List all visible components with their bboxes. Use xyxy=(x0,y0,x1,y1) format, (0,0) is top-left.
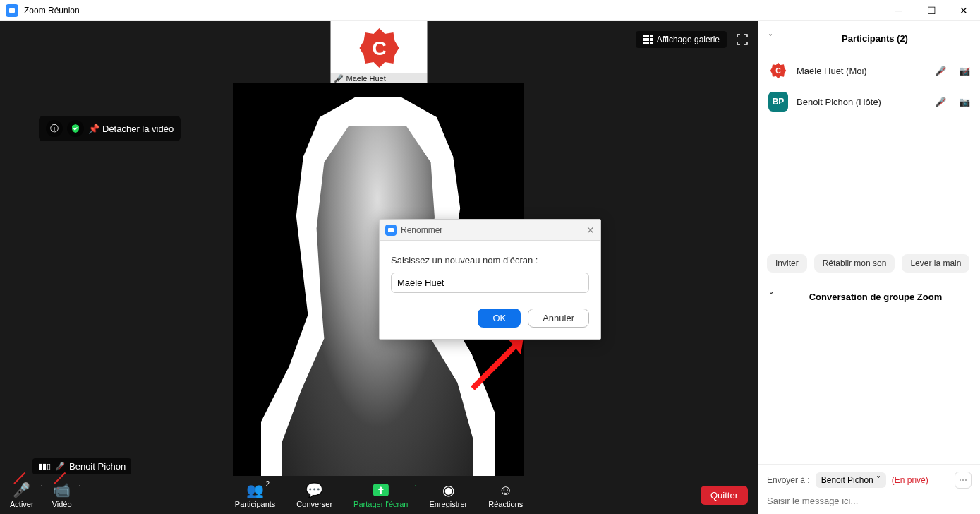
chevron-up-icon[interactable]: ˄ xyxy=(414,484,418,491)
self-video-thumbnail[interactable]: C 🎤̸ Maële Huet xyxy=(331,21,428,84)
share-icon xyxy=(372,482,390,498)
invite-button[interactable]: Inviter xyxy=(767,254,807,273)
zoom-icon xyxy=(385,225,397,236)
chat-messages xyxy=(758,313,980,464)
participant-row[interactable]: C Maële Huet (Moi) 🎤̸ 📷̸ xyxy=(768,55,970,86)
grid-icon xyxy=(643,35,653,44)
video-area: C 🎤̸ Maële Huet Affichage galerie ⓘ 📌 xyxy=(0,21,758,514)
camera-icon: 📹 xyxy=(53,482,71,498)
muted-mic-icon: 🎤̸ xyxy=(935,97,946,107)
camera-off-icon: 📷 xyxy=(959,97,970,107)
participants-title: Participants (2) xyxy=(780,33,970,44)
reactions-button[interactable]: ☺ Réactions xyxy=(488,482,523,508)
chat-icon: 💬 xyxy=(306,482,323,498)
speaker-name: Benoit Pichon xyxy=(69,461,126,472)
participants-button[interactable]: 👥2 Participants xyxy=(235,482,275,508)
chat-input[interactable] xyxy=(767,496,972,506)
chat-to-label: Envoyer à : xyxy=(767,475,810,485)
chevron-up-icon[interactable]: ˄ xyxy=(40,484,44,491)
minimize-button[interactable]: ─ xyxy=(883,0,915,21)
chat-more-button[interactable]: ⋯ xyxy=(955,472,972,489)
unpin-video-button[interactable]: 📌 Détacher la vidéo xyxy=(88,124,174,134)
signal-icon: ▮▮▯ xyxy=(38,462,51,471)
participant-row[interactable]: BP Benoit Pichon (Hôte) 🎤̸ 📷 xyxy=(768,86,970,117)
muted-mic-icon: 🎤̸ xyxy=(55,462,65,471)
participants-panel-header[interactable]: ˅ Participants (2) xyxy=(758,21,980,55)
camera-off-icon: 📷̸ xyxy=(959,66,970,76)
chat-button[interactable]: 💬 Converser xyxy=(296,482,332,508)
cancel-button[interactable]: Annuler xyxy=(528,309,589,328)
side-panel: ˅ Participants (2) C Maële Huet (Moi) 🎤̸… xyxy=(758,21,980,514)
avatar: C xyxy=(768,61,788,80)
window-title: Zoom Réunion xyxy=(24,6,80,16)
chat-recipient-select[interactable]: Benoit Pichon ˅ xyxy=(816,472,886,488)
chevron-down-icon: ˅ xyxy=(768,290,774,304)
mic-icon: 🎤 xyxy=(13,482,30,498)
dialog-close-button[interactable]: ✕ xyxy=(586,225,595,236)
thumb-name: Maële Huet xyxy=(346,74,386,83)
avatar-c-logo: C xyxy=(331,21,428,74)
rename-dialog: Renommer ✕ Saisissez un nouveau nom d'éc… xyxy=(379,219,601,340)
gallery-view-button[interactable]: Affichage galerie xyxy=(636,31,727,48)
raise-hand-button[interactable]: Lever la main xyxy=(902,254,969,273)
rename-input[interactable] xyxy=(391,273,589,293)
svg-text:C: C xyxy=(775,67,781,75)
leave-button[interactable]: Quitter xyxy=(701,486,748,505)
chevron-down-icon: ˅ xyxy=(876,475,881,485)
record-button[interactable]: ◉ Enregistrer xyxy=(429,482,467,508)
muted-mic-icon: 🎤̸ xyxy=(334,74,344,83)
participant-name: Benoit Pichon (Hôte) xyxy=(797,97,922,107)
ok-button[interactable]: OK xyxy=(478,309,521,328)
chevron-up-icon[interactable]: ˄ xyxy=(78,484,82,491)
people-icon: 👥2 xyxy=(246,482,264,498)
info-icon[interactable]: ⓘ xyxy=(46,120,63,137)
pin-bar: ⓘ 📌 Détacher la vidéo xyxy=(39,116,181,141)
zoom-icon xyxy=(6,4,18,17)
svg-text:C: C xyxy=(372,37,386,59)
window-titlebar: Zoom Réunion ─ ☐ ✕ xyxy=(0,0,980,21)
shield-icon[interactable] xyxy=(67,120,84,137)
smile-icon: ☺ xyxy=(498,482,512,498)
muted-mic-icon: 🎤̸ xyxy=(935,66,946,76)
record-icon: ◉ xyxy=(442,482,454,498)
restore-sound-button[interactable]: Rétablir mon son xyxy=(814,254,895,273)
chevron-down-icon: ˅ xyxy=(768,33,773,43)
dialog-prompt: Saisissez un nouveau nom d'écran : xyxy=(391,255,589,265)
maximize-button[interactable]: ☐ xyxy=(915,0,948,21)
meeting-toolbar: 🎤 Activer ˄ 📹 Vidéo ˄ 👥2 Participants 💬 xyxy=(0,476,758,514)
chat-title: Conversation de groupe Zoom xyxy=(781,292,970,302)
avatar: BP xyxy=(768,92,788,112)
main-speaker-label: ▮▮▯ 🎤̸ Benoit Pichon xyxy=(32,458,131,474)
close-button[interactable]: ✕ xyxy=(948,0,980,21)
chat-panel-header[interactable]: ˅ Conversation de groupe Zoom xyxy=(758,280,980,313)
video-button[interactable]: 📹 Vidéo ˄ xyxy=(52,482,72,508)
fullscreen-button[interactable] xyxy=(734,31,751,48)
mute-button[interactable]: 🎤 Activer ˄ xyxy=(10,482,34,508)
pin-icon: 📌 xyxy=(88,124,99,134)
chat-private-label: (En privé) xyxy=(892,475,928,485)
share-screen-button[interactable]: Partager l'écran ˄ xyxy=(353,482,408,508)
participants-list: C Maële Huet (Moi) 🎤̸ 📷̸ BP Benoit Picho… xyxy=(758,55,980,127)
gallery-label: Affichage galerie xyxy=(657,35,720,44)
participant-name: Maële Huet (Moi) xyxy=(797,66,922,76)
dialog-title: Renommer xyxy=(401,225,442,235)
